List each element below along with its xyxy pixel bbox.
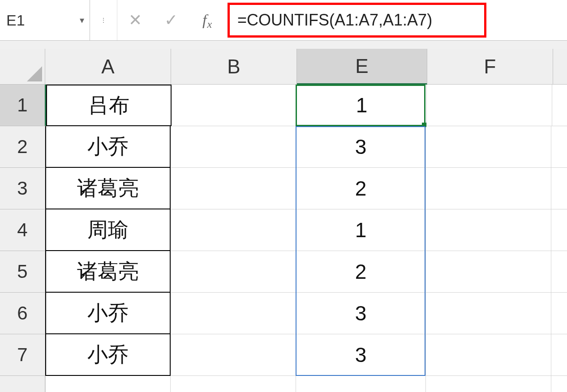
- cell-A6[interactable]: 小乔: [45, 293, 171, 334]
- cell-E4[interactable]: 1: [296, 209, 426, 251]
- table-row: 5 诸葛亮 2: [0, 251, 567, 293]
- cell-A8[interactable]: [45, 376, 171, 392]
- cell-blank[interactable]: [552, 85, 567, 126]
- name-box[interactable]: E1 ▾: [0, 0, 90, 40]
- name-box-value: E1: [0, 12, 74, 29]
- cell-blank[interactable]: [551, 209, 567, 251]
- cell-E2[interactable]: 3: [296, 126, 426, 168]
- cell-B1[interactable]: [172, 85, 297, 126]
- cell-F6[interactable]: [426, 293, 551, 334]
- cell-B6[interactable]: [171, 293, 296, 334]
- insert-function-button[interactable]: fx: [189, 12, 225, 29]
- table-row: 6 小乔 3: [0, 293, 567, 334]
- table-row: 4 周瑜 1: [0, 209, 567, 251]
- cancel-formula-button[interactable]: ✕: [117, 11, 153, 30]
- cell-F5[interactable]: [426, 251, 551, 293]
- cell-B5[interactable]: [171, 251, 296, 293]
- grid-body: 1 吕布 1 2 小乔 3 3 诸葛亮 2 4 周瑜 1: [0, 85, 567, 392]
- column-header-B[interactable]: B: [171, 49, 297, 85]
- cell-A1[interactable]: 吕布: [46, 85, 172, 126]
- row-header-2[interactable]: 2: [0, 126, 45, 168]
- cell-blank[interactable]: [551, 376, 567, 392]
- row-header-4[interactable]: 4: [0, 209, 45, 251]
- name-box-dropdown-icon[interactable]: ▾: [74, 15, 90, 26]
- formula-bar-buttons: ✕ ✓ fx: [117, 0, 225, 40]
- cell-B8[interactable]: [171, 376, 296, 392]
- cell-B2[interactable]: [171, 126, 296, 168]
- row-header-6[interactable]: 6: [0, 293, 45, 334]
- cell-F4[interactable]: [426, 209, 551, 251]
- cell-A5[interactable]: 诸葛亮: [45, 251, 171, 293]
- table-row: 2 小乔 3: [0, 126, 567, 168]
- row-header-5[interactable]: 5: [0, 251, 45, 293]
- cell-blank[interactable]: [551, 293, 567, 334]
- formula-input-wrap: =COUNTIFS(A1:A7,A1:A7): [225, 0, 567, 40]
- cell-F2[interactable]: [426, 126, 551, 168]
- cell-B4[interactable]: [171, 209, 296, 251]
- column-header-E[interactable]: E: [297, 49, 427, 85]
- table-row: 7 小乔 3: [0, 334, 567, 376]
- cell-E1[interactable]: 1: [297, 85, 427, 126]
- table-row: [0, 376, 567, 392]
- cell-A3[interactable]: 诸葛亮: [45, 168, 171, 209]
- column-header-F[interactable]: F: [427, 49, 553, 85]
- cell-A2[interactable]: 小乔: [45, 126, 171, 168]
- column-header-A[interactable]: A: [45, 49, 171, 85]
- cell-B7[interactable]: [171, 334, 296, 376]
- cell-F7[interactable]: [426, 334, 551, 376]
- formula-input[interactable]: =COUNTIFS(A1:A7,A1:A7): [225, 11, 567, 30]
- select-all-button[interactable]: [0, 49, 45, 85]
- check-icon: ✓: [164, 11, 178, 30]
- spreadsheet-grid: A B E F 1 吕布 1 2 小乔 3 3 诸葛亮 2: [0, 49, 567, 392]
- column-header-blank[interactable]: [553, 49, 567, 85]
- row-header-7[interactable]: 7: [0, 334, 45, 376]
- cell-A7[interactable]: 小乔: [45, 334, 171, 376]
- accept-formula-button[interactable]: ✓: [153, 11, 189, 30]
- table-row: 1 吕布 1: [0, 85, 567, 126]
- cell-F1[interactable]: [427, 85, 552, 126]
- row-header-3[interactable]: 3: [0, 168, 45, 209]
- fx-icon: fx: [202, 12, 211, 29]
- x-icon: ✕: [129, 11, 142, 30]
- cell-blank[interactable]: [551, 251, 567, 293]
- cell-E5[interactable]: 2: [296, 251, 426, 293]
- cell-A4[interactable]: 周瑜: [45, 209, 171, 251]
- cell-blank[interactable]: [551, 168, 567, 209]
- row-header-8[interactable]: [0, 376, 45, 392]
- cell-E7[interactable]: 3: [296, 334, 426, 376]
- cell-blank[interactable]: [551, 126, 567, 168]
- column-headers: A B E F: [0, 49, 567, 85]
- cell-E6[interactable]: 3: [296, 293, 426, 334]
- row-header-1[interactable]: 1: [0, 85, 46, 126]
- table-row: 3 诸葛亮 2: [0, 168, 567, 209]
- cell-F8[interactable]: [426, 376, 551, 392]
- cell-E8[interactable]: [296, 376, 426, 392]
- cell-B3[interactable]: [171, 168, 296, 209]
- cell-blank[interactable]: [551, 334, 567, 376]
- formula-bar: E1 ▾ ⋮ ✕ ✓ fx =COUNTIFS(A1:A7,A1:A7): [0, 0, 567, 41]
- formula-bar-grip-icon: ⋮: [90, 0, 117, 40]
- cell-E3[interactable]: 2: [296, 168, 426, 209]
- cell-F3[interactable]: [426, 168, 551, 209]
